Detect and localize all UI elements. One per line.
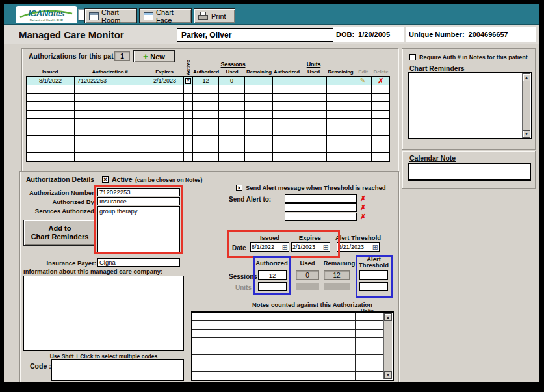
expires-header: Expires — [291, 234, 330, 241]
authorization-count: 1 — [114, 51, 130, 61]
new-authorization-button[interactable]: + New — [133, 50, 175, 62]
notes-counted-label: Notes counted against this Authorization — [252, 301, 372, 308]
authorization-row-empty[interactable] — [27, 119, 389, 127]
auth-number-input[interactable] — [97, 188, 180, 196]
calendar-icon[interactable]: ⊞ — [323, 244, 329, 250]
logo-subtitle: Behavioral Health EHR — [16, 18, 77, 22]
chart-room-icon — [89, 12, 99, 20]
unique-number-box: Unique Number: 2004696657 — [406, 27, 536, 42]
calendar-note-input[interactable] — [408, 163, 531, 181]
cell-active: × — [184, 77, 193, 85]
delete-x-icon[interactable]: ✗ — [378, 77, 383, 85]
auth-number-label: Authorization Number: — [21, 189, 96, 196]
col-header-sessions-used: Used — [219, 69, 245, 75]
col-header-delete: Delete — [372, 69, 390, 75]
scroll-up-button[interactable]: ▲ — [384, 313, 392, 321]
calendar-note-label: Calendar Note — [409, 154, 456, 162]
checkbox-x-icon: × — [103, 177, 107, 183]
require-auth-label: Require Auth # in Notes for this patient — [419, 54, 528, 60]
col-header-sessions-authorized: Authorized — [193, 69, 219, 75]
authorization-row-empty[interactable] — [27, 111, 389, 119]
scroll-up-icon: ▲ — [386, 315, 390, 319]
services-authorized-textarea[interactable]: group therapy — [97, 206, 180, 252]
active-label: Active — [112, 176, 133, 183]
send-alert-checkbox[interactable]: × — [236, 185, 242, 191]
chart-room-label: Chart Room — [101, 8, 133, 24]
plus-icon: + — [143, 52, 148, 61]
col-header-units-remaining: Remaining — [327, 69, 354, 75]
alert-recipient-input-3[interactable] — [285, 213, 357, 221]
sessions-group-header: Sessions — [193, 61, 273, 68]
scroll-down-button[interactable]: ▼ — [384, 371, 392, 379]
issued-date-value: 8/1/2022 — [252, 244, 274, 250]
units-remaining-cell — [324, 283, 350, 290]
new-button-label: New — [150, 53, 165, 60]
dob-value: 1/20/2005 — [358, 31, 390, 38]
services-authorized-label: Services Authorized: — [21, 207, 96, 215]
insurance-payer-input[interactable] — [97, 258, 180, 267]
sessions-threshold-input[interactable] — [359, 270, 388, 280]
scroll-down-button[interactable]: ▼ — [523, 130, 530, 138]
authorization-row-empty[interactable] — [27, 127, 389, 136]
sessions-row-label: Sessions — [229, 273, 257, 280]
row-active-checkbox[interactable]: × — [185, 78, 191, 84]
issued-date-field[interactable]: 8/1/2022 ⊞ — [250, 242, 289, 252]
units-authorized-input[interactable] — [258, 282, 287, 291]
notes-list[interactable]: ▲ ▼ — [191, 311, 394, 381]
active-checkbox[interactable]: × — [102, 176, 109, 183]
chart-face-button[interactable]: Chart Face — [139, 8, 192, 23]
units-row-label: Units — [235, 284, 252, 291]
print-label: Print — [211, 12, 226, 20]
chart-reminders-scrollbar[interactable]: ▲ ▼ — [522, 73, 530, 138]
grid-header-remaining: Remaining — [322, 259, 357, 267]
notes-list-scrollbar[interactable]: ▲ ▼ — [383, 313, 392, 379]
company-info-textarea[interactable] — [23, 276, 184, 351]
add-button-line2: Chart Reminders — [31, 233, 89, 241]
calendar-icon[interactable]: ⊞ — [282, 244, 288, 250]
chart-reminders-label: Chart Reminders — [409, 64, 465, 72]
remove-recipient-2-icon[interactable]: ✗ — [360, 204, 366, 211]
cell-units-authorized — [273, 77, 300, 85]
remove-recipient-1-icon[interactable]: ✗ — [360, 195, 366, 202]
require-auth-checkbox[interactable] — [409, 54, 416, 60]
calendar-icon[interactable]: ⊞ — [372, 244, 378, 250]
company-info-label: Information about this managed care comp… — [23, 268, 162, 275]
print-button[interactable]: Print — [194, 8, 235, 23]
authorizations-section-label: Authorizations for this patient — [29, 52, 125, 60]
cell-sessions-used: 0 — [219, 77, 245, 85]
add-to-chart-reminders-button[interactable]: Add to Chart Reminders — [23, 220, 96, 246]
grid-header-alert-threshold: Alert Threshold — [357, 256, 391, 268]
icanotes-logo[interactable]: ICANotes Behavioral Health EHR — [16, 6, 77, 23]
remove-recipient-3-icon[interactable]: ✗ — [360, 213, 366, 220]
authorization-row-empty[interactable] — [27, 153, 389, 161]
col-header-active: Active — [185, 60, 191, 75]
threshold-date-field[interactable]: 2/21/2023 ⊞ — [337, 242, 380, 252]
authorization-row-empty[interactable] — [27, 94, 389, 102]
code-input[interactable] — [51, 359, 184, 381]
edit-pencil-icon[interactable]: ✎ — [360, 77, 365, 84]
alert-recipient-input-2[interactable] — [285, 203, 357, 212]
expires-date-field[interactable]: 2/1/2023 ⊞ — [291, 242, 330, 252]
cell-issued: 8/1/2022 — [27, 77, 75, 85]
notes-units-divider — [355, 313, 356, 380]
patient-name-input[interactable] — [177, 28, 333, 42]
sessions-authorized-input[interactable] — [258, 270, 287, 280]
alert-recipient-input-1[interactable] — [285, 194, 357, 203]
dob-box: DOB: 1/20/2005 — [333, 27, 404, 42]
authorization-row[interactable]: 8/1/2022 712022253 2/1/2023 × 12 0 ✎ ✗ — [27, 77, 389, 85]
authorization-row-empty[interactable] — [27, 102, 389, 111]
authorization-row-empty[interactable] — [27, 136, 389, 144]
cell-sessions-remaining — [245, 77, 273, 85]
chart-face-icon — [144, 12, 153, 20]
col-header-edit: Edit — [354, 69, 372, 75]
authorized-by-input[interactable] — [97, 197, 180, 205]
chart-room-button[interactable]: Chart Room — [84, 8, 137, 23]
chart-reminders-textarea[interactable]: ▲ ▼ — [408, 72, 532, 139]
header-strip: Managed Care Monitor DOB: 1/20/2005 Uniq… — [4, 25, 539, 44]
chart-face-label: Chart Face — [156, 8, 187, 24]
col-header-issued: Issued — [26, 69, 74, 75]
authorization-row-empty[interactable] — [27, 85, 389, 94]
scroll-up-button[interactable]: ▲ — [523, 73, 530, 81]
units-threshold-input[interactable] — [359, 282, 388, 291]
authorization-row-empty[interactable] — [27, 144, 389, 153]
